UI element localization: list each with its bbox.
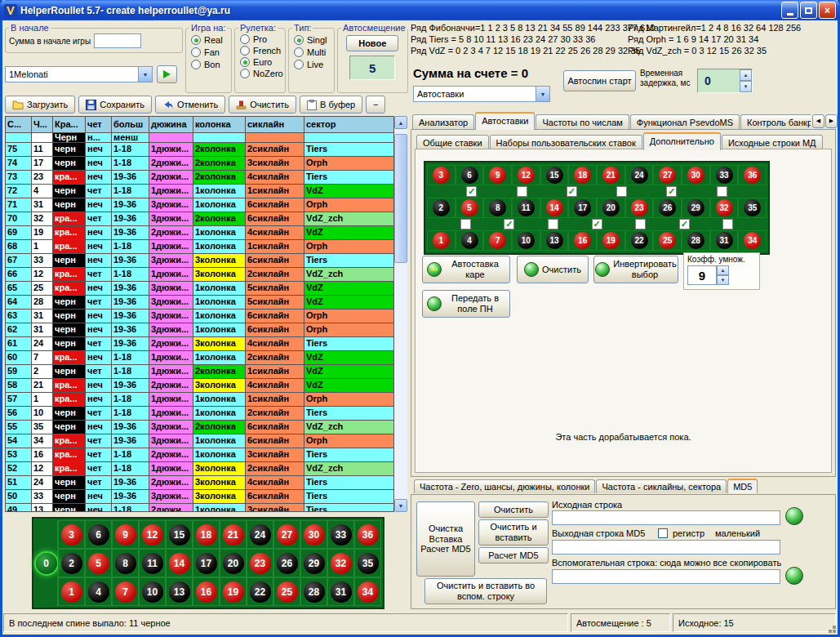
grid-number-28[interactable]: 28	[687, 232, 704, 249]
board-number-26[interactable]: 26	[277, 553, 298, 574]
board-number-20[interactable]: 20	[223, 553, 244, 574]
board-number-10[interactable]: 10	[142, 581, 163, 603]
radio-option-nozero[interactable]: NoZero	[240, 69, 285, 78]
board-number-29[interactable]: 29	[304, 553, 325, 574]
undo-button[interactable]: Отменить	[155, 96, 225, 114]
md5-source-ball-button[interactable]	[785, 507, 803, 525]
grid-number-2[interactable]: 2	[433, 199, 450, 216]
grid-number-36[interactable]: 36	[744, 167, 761, 184]
play-button[interactable]	[157, 65, 177, 83]
grid-number-25[interactable]: 25	[659, 232, 676, 249]
grid-number-32[interactable]: 32	[716, 199, 733, 216]
resize-grip[interactable]	[833, 630, 836, 633]
grid-checkbox-0-3[interactable]	[616, 186, 627, 197]
grid-clear-button[interactable]: Очистить	[517, 256, 589, 283]
scroll-up-icon[interactable]: ▲	[394, 116, 407, 129]
board-number-19[interactable]: 19	[223, 581, 244, 603]
board-number-4[interactable]: 4	[88, 581, 109, 603]
grid-checkbox-0-1[interactable]	[517, 186, 527, 197]
grid-number-10[interactable]: 10	[518, 232, 535, 249]
radio-option-real[interactable]: Real	[191, 35, 231, 45]
md5-aux-input[interactable]	[552, 569, 780, 584]
save-button[interactable]: Сохранить	[78, 96, 152, 114]
transfer-to-pn-button[interactable]: Передать в поле ПН	[422, 290, 510, 318]
board-number-5[interactable]: 5	[88, 553, 109, 574]
copy-to-buffer-button[interactable]: В буфер	[300, 96, 362, 114]
board-number-15[interactable]: 15	[169, 524, 190, 546]
radio-option-live[interactable]: Live	[294, 60, 334, 69]
radio-option-multi[interactable]: Multi	[294, 47, 334, 57]
board-number-35[interactable]: 35	[358, 553, 379, 574]
profile-combobox[interactable]: 1Melonati ▼	[5, 66, 153, 82]
radio-option-french[interactable]: French	[240, 46, 285, 56]
grid-number-12[interactable]: 12	[518, 167, 535, 184]
board-number-18[interactable]: 18	[196, 524, 217, 546]
main-tab-4[interactable]: Контроль банкрол	[740, 114, 811, 130]
freq-tab-1[interactable]: Частота - сиклайны, сектора	[596, 479, 727, 493]
board-number-22[interactable]: 22	[250, 581, 271, 603]
board-number-1[interactable]: 1	[61, 581, 82, 603]
grid-checkbox-0-2[interactable]: ✓	[567, 186, 577, 197]
board-number-16[interactable]: 16	[196, 581, 217, 603]
grid-number-5[interactable]: 5	[461, 199, 478, 216]
board-number-21[interactable]: 21	[223, 524, 244, 546]
new-button[interactable]: Новое	[346, 35, 398, 51]
maximize-button[interactable]	[800, 2, 817, 19]
board-number-27[interactable]: 27	[277, 524, 298, 546]
grid-number-7[interactable]: 7	[489, 232, 506, 249]
grid-number-31[interactable]: 31	[716, 232, 733, 249]
grid-checkbox-1-3[interactable]: ✓	[592, 219, 602, 229]
minus-button[interactable]: −	[366, 96, 385, 114]
grid-number-14[interactable]: 14	[546, 199, 563, 216]
board-number-25[interactable]: 25	[277, 581, 298, 603]
main-tab-1[interactable]: Автоставки	[475, 112, 535, 130]
board-number-7[interactable]: 7	[115, 581, 136, 603]
md5-clear-paste-button[interactable]: Очистить и вставить	[478, 519, 549, 546]
scroll-thumb[interactable]	[394, 134, 407, 263]
grid-number-4[interactable]: 4	[461, 232, 478, 249]
radio-option-fan[interactable]: Fan	[191, 47, 231, 57]
grid-number-16[interactable]: 16	[574, 232, 591, 249]
grid-checkbox-1-1[interactable]: ✓	[504, 219, 514, 229]
clear-button[interactable]: Очистить	[229, 96, 296, 114]
scroll-down-icon[interactable]: ▼	[394, 499, 407, 512]
grid-checkbox-0-4[interactable]: ✓	[666, 186, 677, 197]
board-number-28[interactable]: 28	[304, 581, 325, 603]
main-tab-3[interactable]: Функционал PsevdoMS	[630, 114, 740, 130]
grid-number-11[interactable]: 11	[518, 199, 535, 216]
delay-spinner[interactable]: 0 ▲ ▼	[697, 69, 753, 93]
main-tab-2[interactable]: Частоты по числам	[536, 114, 629, 130]
tab-scroll-left-icon[interactable]: ◀	[812, 114, 824, 128]
board-number-8[interactable]: 8	[115, 553, 136, 574]
autostake-kare-button[interactable]: 49 Автоставка каре	[422, 256, 510, 283]
md5-clear-paste-aux-button[interactable]: Очистить и вставить во вспом. строку	[424, 578, 547, 604]
grid-number-23[interactable]: 23	[631, 199, 648, 216]
board-number-14[interactable]: 14	[169, 553, 190, 574]
grid-number-9[interactable]: 9	[489, 167, 506, 184]
grid-number-29[interactable]: 29	[687, 199, 704, 216]
minimize-button[interactable]	[781, 2, 798, 19]
grid-number-3[interactable]: 3	[433, 167, 450, 184]
grid-number-22[interactable]: 22	[631, 232, 648, 249]
main-tab-0[interactable]: Анализатор	[412, 114, 474, 130]
board-number-34[interactable]: 34	[358, 581, 379, 603]
grid-checkbox-0-0[interactable]: ✓	[466, 186, 477, 197]
md5-calc-button[interactable]: Расчет MD5	[478, 547, 549, 564]
invert-selection-button[interactable]: Инвертировать выбор	[593, 256, 678, 283]
grid-number-35[interactable]: 35	[744, 199, 761, 216]
spin-down-icon[interactable]: ▼	[740, 81, 752, 92]
load-button[interactable]: Загрузить	[5, 96, 75, 114]
board-number-9[interactable]: 9	[115, 524, 136, 546]
grid-number-20[interactable]: 20	[602, 199, 620, 216]
freq-tab-0[interactable]: Частота - Zero, шансы, дюжины, колонки	[414, 479, 595, 493]
grid-number-13[interactable]: 13	[546, 232, 563, 249]
autostakes-combobox[interactable]: Автоставки ▼	[413, 86, 550, 102]
board-number-0[interactable]: 0	[36, 553, 57, 574]
grid-checkbox-1-6[interactable]	[722, 219, 733, 229]
spin-up-icon[interactable]: ▲	[740, 69, 752, 81]
grid-number-8[interactable]: 8	[489, 199, 506, 216]
grid-number-17[interactable]: 17	[574, 199, 591, 216]
md5-output-input[interactable]	[552, 540, 780, 555]
grid-number-18[interactable]: 18	[574, 167, 591, 184]
board-number-6[interactable]: 6	[88, 524, 109, 546]
